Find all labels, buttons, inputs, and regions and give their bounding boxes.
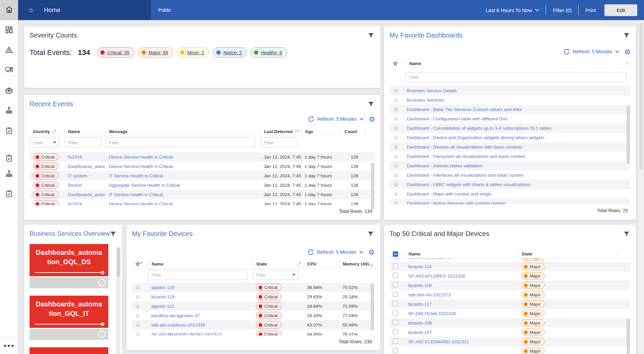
favorite-star-icon[interactable]: ☆ bbox=[393, 154, 399, 159]
favorite-star-icon[interactable]: ☆ bbox=[135, 322, 140, 328]
top-device-row[interactable]: SF-AIO-CLEONARD-1022321Major bbox=[389, 337, 631, 346]
favorite-star-icon[interactable]: ☆ bbox=[393, 191, 399, 197]
severity-badge-major[interactable]: Major: 68 bbox=[138, 47, 173, 58]
dashboard-row[interactable]: ☆Business Services bbox=[389, 95, 631, 105]
favorite-star-icon[interactable]: ☆ bbox=[393, 135, 399, 140]
favorite-star-icon[interactable]: ☆ bbox=[135, 313, 140, 318]
column-header-severity[interactable]: Severity↓1 bbox=[30, 129, 64, 135]
favorite-star-icon[interactable]: ☆ bbox=[135, 294, 140, 300]
events-icon[interactable] bbox=[5, 46, 13, 54]
top-device-row[interactable]: SF-GM-TEAM-1022330Major bbox=[389, 309, 631, 318]
favorite-star-icon[interactable]: ☆ bbox=[393, 116, 399, 122]
filter-funnel-icon[interactable] bbox=[368, 101, 374, 109]
event-message-link[interactable]: Aggregate Service Health is Critical bbox=[105, 183, 260, 188]
row-checkbox[interactable] bbox=[393, 263, 398, 269]
filter-funnel-icon[interactable] bbox=[623, 32, 630, 40]
device-name-link[interactable]: appwiz-121 bbox=[148, 304, 253, 309]
row-checkbox[interactable] bbox=[393, 273, 398, 278]
top-device-row[interactable]: bizards-114Major bbox=[389, 262, 631, 271]
name-filter-input[interactable] bbox=[406, 72, 627, 82]
service-health-tile[interactable]: Dashboards_automation_GQL_IT bbox=[30, 296, 108, 328]
refresh-icon[interactable] bbox=[308, 249, 314, 255]
severity-badge-notice[interactable]: Notice: 2 bbox=[213, 47, 247, 58]
time-range-dropdown[interactable]: Last 6 Hours To Now bbox=[485, 7, 539, 13]
row-checkbox[interactable] bbox=[393, 329, 398, 334]
gear-icon[interactable]: ⚙ bbox=[624, 48, 631, 55]
business-service-tile[interactable]: Dashboards_automation_GQL_ITi bbox=[30, 296, 108, 340]
name-filter-input[interactable] bbox=[148, 270, 248, 280]
top-device-row[interactable]: bizards-117Major bbox=[389, 299, 631, 309]
service-health-tile[interactable]: Dashboards_automation_GQL_DS bbox=[30, 244, 108, 276]
row-checkbox[interactable] bbox=[393, 310, 398, 315]
message-filter-input[interactable] bbox=[105, 137, 256, 148]
dashboard-row[interactable]: ☆Dashboard - Consolidation of widgets up… bbox=[389, 123, 631, 133]
row-checkbox[interactable] bbox=[393, 292, 398, 297]
sort-asc-icon[interactable]: ↑2 bbox=[294, 129, 299, 134]
filter-funnel-icon[interactable] bbox=[368, 32, 374, 40]
info-icon[interactable]: i bbox=[98, 331, 106, 338]
favorite-star-column[interactable]: ☆1 bbox=[132, 261, 148, 267]
favorite-star-icon[interactable]: ☆ bbox=[393, 125, 399, 131]
gear-icon[interactable]: ⚙ bbox=[368, 249, 375, 256]
favorite-star-icon[interactable]: ☆ bbox=[393, 163, 399, 169]
dashboard-link[interactable]: Dashboard - Notice Services with custom … bbox=[407, 201, 505, 205]
dashboard-link[interactable]: Dashboard - LBBC widgets with charts & t… bbox=[407, 182, 530, 187]
business-service-tile[interactable]: Dashboards_automation_GQL_DSi bbox=[30, 244, 108, 288]
page-scrollbar[interactable] bbox=[639, 20, 643, 354]
scrollbar-track[interactable] bbox=[116, 247, 120, 354]
event-row[interactable]: CriticalIT systemIT Service Health is Cr… bbox=[30, 171, 375, 180]
select-all-checkbox[interactable] bbox=[393, 251, 398, 257]
filter-funnel-icon[interactable] bbox=[623, 231, 630, 239]
gear-icon[interactable]: ⚙ bbox=[369, 116, 375, 123]
device-name-link[interactable]: bizards-117 bbox=[405, 302, 518, 307]
device-row[interactable]: ☆appwiz-121Critical18.84%72.09% bbox=[132, 301, 375, 311]
business-service-tile[interactable]: i bbox=[30, 347, 108, 354]
sort-desc-icon[interactable]: ↓2 bbox=[297, 261, 301, 267]
event-message-link[interactable]: IT Service Health is Critical bbox=[105, 173, 260, 178]
dashboard-link[interactable]: Dashboard - Device and Organization widg… bbox=[407, 135, 544, 140]
row-checkbox[interactable] bbox=[393, 339, 398, 344]
dashboard-row[interactable]: ☆Business Service Details bbox=[389, 86, 631, 95]
edit-button[interactable]: Edit bbox=[604, 4, 637, 16]
column-header-cpu[interactable]: CPU bbox=[304, 261, 339, 267]
dashboards-icon[interactable] bbox=[5, 26, 13, 34]
column-header-state[interactable]: State↓2 bbox=[253, 261, 304, 267]
favorite-star-icon[interactable]: ☆ bbox=[393, 107, 399, 112]
event-message-link[interactable]: Device Service Health is Critical bbox=[105, 155, 260, 160]
severity-filter-select[interactable]: Filter bbox=[30, 137, 60, 148]
severity-badge-healthy[interactable]: Healthy: 8 bbox=[251, 47, 287, 58]
service-health-tile[interactable] bbox=[30, 347, 108, 354]
service-hierarchy-icon-2[interactable] bbox=[5, 170, 13, 178]
dashboard-row[interactable]: ☆Dashboard - Maps with context and singl… bbox=[389, 189, 631, 198]
column-header-name[interactable]: Name bbox=[405, 251, 518, 257]
device-row[interactable]: ☆SF-AIO-MHASSELBERG-1022327Critical34.85… bbox=[132, 330, 375, 336]
refresh-icon[interactable] bbox=[308, 116, 314, 122]
top-device-row[interactable]: bizards-116Major bbox=[389, 281, 631, 290]
device-name-link[interactable]: bizards-106 bbox=[405, 320, 518, 326]
dashboard-link[interactable]: Business Service Details bbox=[407, 88, 457, 93]
scrollbar-thumb[interactable] bbox=[371, 284, 374, 331]
dashboard-row[interactable]: ☆Dashboard - Configuration table with di… bbox=[389, 114, 631, 123]
event-row[interactable]: Critical%2324Device Service Health is Cr… bbox=[30, 152, 375, 162]
dashboard-row[interactable]: ☆Dashboard - LBBC widgets with charts & … bbox=[389, 180, 631, 189]
dashboard-row[interactable]: ☆Dashboard - Devices all visualizations … bbox=[389, 142, 631, 152]
event-name-link[interactable]: Reston bbox=[64, 183, 105, 188]
device-name-link[interactable]: SF-AIO-CLEONARD-1022321 bbox=[405, 339, 518, 344]
dashboard-link[interactable]: Dashboard - Indexes tables validation bbox=[407, 163, 483, 168]
event-name-link[interactable]: Dashboards_automat bbox=[64, 164, 105, 169]
device-name-link[interactable]: sdb-dist-ms-1022373 bbox=[405, 292, 518, 297]
device-name-link[interactable]: bizards-114 bbox=[405, 264, 518, 269]
dashboard-link[interactable]: Dashboard - Consolidation of widgets up … bbox=[407, 126, 552, 131]
device-name-link[interactable]: SF-AIO-AFLORES-1022328 bbox=[405, 274, 518, 279]
name-filter-input[interactable] bbox=[64, 137, 101, 148]
favorite-star-icon[interactable]: ☆ bbox=[135, 285, 140, 290]
event-name-link[interactable]: Dashboards_automat bbox=[64, 192, 105, 197]
dashboard-link[interactable]: Dashboard - Filesystem all visualization… bbox=[407, 154, 525, 159]
refresh-interval-label[interactable]: Refresh: 5 Minutes bbox=[573, 49, 612, 54]
device-row[interactable]: ☆panderp-aio-ggroves-22Critical18.33%77.… bbox=[132, 311, 375, 320]
device-name-link[interactable]: SF-AIO-MHASSELBERG-1022327 bbox=[148, 332, 253, 336]
device-row[interactable]: ☆sdb-aio-svadrevu-1022326Critical43.07%5… bbox=[132, 320, 375, 330]
favorite-star-icon[interactable]: ☆ bbox=[393, 182, 399, 187]
column-header-name[interactable]: Name bbox=[64, 129, 105, 135]
scrollbar-thumb[interactable] bbox=[117, 247, 120, 277]
